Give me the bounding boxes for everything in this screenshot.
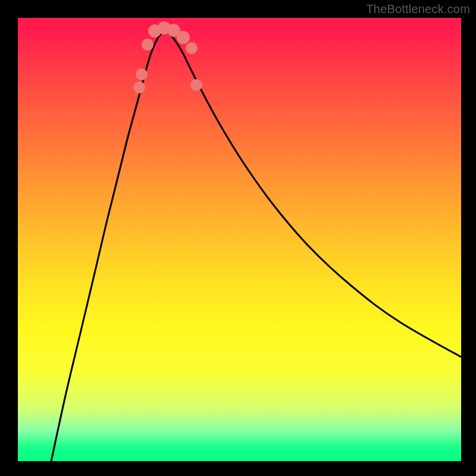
marker-dot [133,82,145,93]
chart-frame: TheBottleneck.com [0,0,476,476]
marker-dot [177,31,190,44]
markers-group [133,21,202,93]
bottleneck-curve [51,32,461,464]
marker-dot [186,42,198,54]
marker-dot [142,39,154,51]
plot-area [18,18,461,461]
marker-dot [136,68,148,80]
marker-dot [190,79,202,91]
chart-svg [18,18,461,461]
watermark-text: TheBottleneck.com [366,2,470,16]
